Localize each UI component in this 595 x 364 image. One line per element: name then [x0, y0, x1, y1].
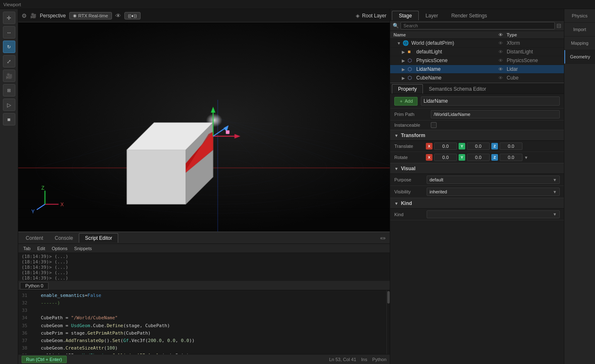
tree-item-cube[interactable]: ▶ ⬡ CubeName 👁 Cube	[390, 74, 564, 82]
tree-col-name: Name	[393, 32, 498, 37]
tree-light-type: DistantLight	[507, 49, 561, 55]
rtx-tag[interactable]: ◉ RTX Real-time	[69, 12, 112, 19]
root-layer-label: Root Layer	[362, 13, 386, 19]
tree-world-vis[interactable]: 👁	[498, 41, 507, 46]
tree-lidar-name: LidarName	[416, 66, 498, 72]
rotate-z[interactable]	[500, 154, 522, 161]
eye-icon[interactable]: 👁	[115, 12, 121, 19]
tab-script-editor[interactable]: Script Editor	[79, 233, 118, 243]
svg-text:Z: Z	[41, 185, 44, 191]
cube-icon: ⬡	[408, 75, 415, 81]
tree-item-lidar[interactable]: ▶ ⬡ LidarName 👁 Lidar	[390, 65, 564, 74]
toolbar-select-btn[interactable]: ✛	[3, 12, 15, 24]
expand-world-icon[interactable]: ▼	[397, 41, 403, 46]
prim-name-field[interactable]: LidarName	[421, 96, 560, 106]
y-label: Y	[459, 143, 465, 149]
tab-content[interactable]: Content	[20, 234, 49, 243]
tree-item-light[interactable]: ▶ ■ defaultLight 👁 DistantLight	[390, 48, 564, 56]
prim-path-value[interactable]: /World/LidarName	[431, 110, 560, 118]
console-line-2: (18:14:39)> (...)	[22, 259, 386, 265]
console-line-3: (18:14:39)> (...)	[22, 265, 386, 270]
visibility-dropdown[interactable]: inherited ▼	[427, 188, 560, 196]
prim-path-label: Prim Path	[394, 112, 427, 117]
insert-mode: Ins	[361, 357, 367, 362]
purpose-dropdown-arrow: ▼	[553, 178, 557, 182]
toolbar-snap-btn[interactable]: ⊞	[3, 84, 15, 96]
collapse-btn[interactable]: «»	[378, 235, 388, 241]
visual-arrow: ▼	[394, 166, 398, 171]
tab-stage[interactable]: Stage	[392, 11, 419, 20]
toolbar-scale-btn[interactable]: ⤢	[3, 55, 15, 67]
expand-physics-icon: ▶	[402, 58, 408, 63]
expand-light-icon: ▶	[402, 50, 408, 54]
tree-lidar-vis[interactable]: 👁	[498, 67, 507, 72]
settings-icon[interactable]: ⚙	[22, 12, 27, 19]
run-button[interactable]: Run (Ctrl + Enter)	[22, 356, 67, 363]
rx-label: X	[426, 154, 432, 161]
translate-label: Translate	[394, 144, 423, 149]
translate-x[interactable]	[434, 142, 457, 150]
rz-label: Z	[491, 154, 498, 161]
tree-cube-vis[interactable]: 👁	[498, 75, 507, 80]
toolbar-camera-btn[interactable]: 🎥	[3, 70, 15, 82]
tree-cube-name: CubeName	[416, 75, 498, 81]
rotate-dropdown-icon[interactable]: ▼	[524, 155, 528, 160]
python-tab[interactable]: Python 0	[20, 282, 49, 289]
side-tab-import[interactable]: Import	[564, 23, 595, 36]
instanceable-checkbox[interactable]	[431, 122, 437, 128]
kind-header[interactable]: ▼ Kind	[390, 198, 564, 209]
side-tab-geometry[interactable]: Geometry	[564, 50, 595, 64]
camera-icon: 🎥	[30, 13, 36, 19]
rtx-icon: ◉	[73, 13, 77, 18]
world-icon: 🌐	[403, 40, 410, 46]
purpose-dropdown[interactable]: default ▼	[427, 176, 560, 184]
kind-dropdown[interactable]: ▼	[427, 210, 560, 218]
stage-tree: ▼ 🌐 World (defaultPrim) 👁 Xform ▶ ■ defa…	[390, 39, 564, 82]
audio-tag[interactable]: ((●))	[124, 12, 141, 19]
toolbar-move-btn[interactable]: ↔	[3, 26, 15, 39]
physics-icon: ⬡	[408, 58, 415, 63]
tab-layer[interactable]: Layer	[419, 11, 444, 20]
z-label: Z	[491, 143, 498, 149]
kind-section: ▼ Kind Kind ▼	[390, 198, 564, 220]
app-title: Viewport	[3, 2, 21, 7]
transform-section: ▼ Transform Translate X Y Z	[390, 130, 564, 163]
translate-z[interactable]	[500, 142, 522, 150]
tree-item-world[interactable]: ▼ 🌐 World (defaultPrim) 👁 Xform	[390, 39, 564, 48]
tab-property[interactable]: Property	[392, 84, 423, 94]
tab-render-settings[interactable]: Render Settings	[444, 11, 493, 20]
instanceable-label: Instanceable	[394, 123, 427, 128]
tab-console[interactable]: Console	[49, 234, 79, 243]
transform-title: Transform	[401, 133, 425, 138]
search-input[interactable]	[401, 22, 555, 29]
toolbar-stop-btn[interactable]: ■	[3, 113, 15, 125]
vis-col: 👁	[498, 32, 507, 37]
filter-icon[interactable]: ⊟	[556, 22, 561, 29]
side-tab-physics[interactable]: Physics	[564, 9, 595, 23]
menu-edit[interactable]: Edit	[34, 245, 49, 252]
add-button[interactable]: ＋ Add	[394, 97, 418, 106]
side-tab-mapping[interactable]: Mapping	[564, 36, 595, 50]
tab-semantics[interactable]: Semantics Schema Editor	[423, 84, 492, 94]
toolbar-rotate-btn[interactable]: ↻	[3, 41, 15, 53]
visual-header[interactable]: ▼ Visual	[390, 163, 564, 174]
scene-viewport: X Z Y	[18, 9, 390, 231]
kind-arrow: ▼	[394, 201, 398, 206]
translate-y[interactable]	[467, 142, 490, 150]
menu-tab[interactable]: Tab	[20, 245, 34, 252]
rotate-x[interactable]	[434, 154, 457, 161]
menu-snippets[interactable]: Snippets	[71, 245, 95, 252]
tree-col-type: Type	[507, 32, 561, 37]
visibility-label: Visibility	[394, 189, 423, 194]
rotate-y[interactable]	[467, 154, 490, 161]
lidar-icon: ⬡	[408, 66, 415, 72]
perspective-label[interactable]: Perspective	[40, 13, 66, 19]
tree-light-vis[interactable]: 👁	[498, 49, 507, 54]
menu-options[interactable]: Options	[49, 245, 71, 252]
tree-physics-vis[interactable]: 👁	[498, 58, 507, 63]
toolbar-physics-btn[interactable]: ▷	[3, 99, 15, 111]
tree-item-physics[interactable]: ▶ ⬡ PhysicsScene 👁 PhysicsScene	[390, 56, 564, 65]
tree-physics-type: PhysicsScene	[507, 58, 561, 63]
code-editor[interactable]: 31 enable_semantics=False 32 ------) 33 …	[18, 290, 390, 354]
transform-header[interactable]: ▼ Transform	[390, 130, 564, 141]
